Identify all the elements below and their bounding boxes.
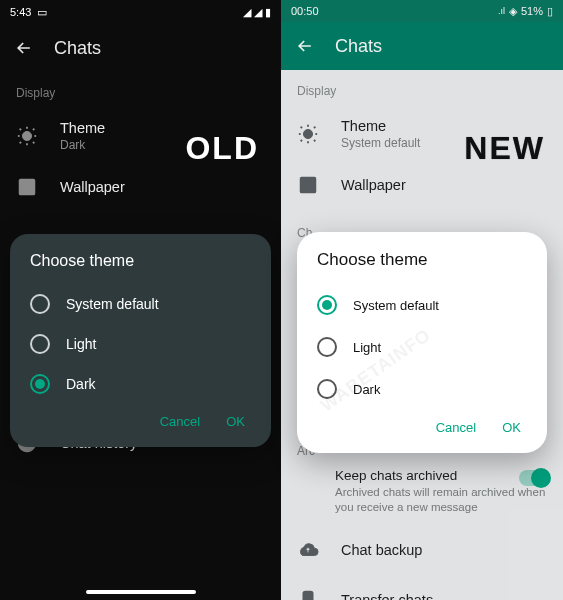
pip-icon: ▭ (37, 6, 47, 19)
battery-icon: ▮ (265, 6, 271, 19)
battery-text: 51% (521, 5, 543, 17)
dialog-title: Choose theme (317, 250, 527, 270)
cloud-upload-icon (297, 539, 319, 561)
svg-point-10 (303, 129, 312, 138)
option-label: System default (353, 298, 439, 313)
section-display: Display (0, 72, 281, 108)
old-screenshot: 5:43 ▭ ◢ ◢ ▮ Chats Display Theme Dark Wa… (0, 0, 281, 600)
svg-line-7 (33, 129, 34, 130)
chat-backup-label: Chat backup (341, 542, 422, 558)
comparison-label-old: OLD (185, 130, 259, 167)
option-label: Dark (66, 376, 96, 392)
page-title: Chats (335, 36, 382, 57)
svg-line-16 (314, 140, 315, 141)
svg-line-6 (33, 142, 34, 143)
radio-icon (317, 337, 337, 357)
dialog-title: Choose theme (30, 252, 251, 270)
new-screenshot: 00:50 .ıl ◈ 51% ▯ Chats Display Theme Sy… (281, 0, 563, 600)
svg-line-8 (20, 142, 21, 143)
svg-line-17 (314, 127, 315, 128)
wifi-icon: ◢ (243, 6, 250, 19)
theme-label: Theme (341, 118, 420, 134)
cell-icon: .ıl (498, 6, 505, 16)
comparison-label-new: NEW (464, 130, 545, 167)
status-time: 00:50 (291, 5, 319, 17)
option-light[interactable]: Light (30, 324, 251, 364)
back-icon[interactable] (14, 38, 34, 58)
app-bar: Chats (281, 22, 563, 70)
radio-icon (317, 379, 337, 399)
svg-rect-9 (20, 180, 35, 195)
transfer-chats-row[interactable]: Transfer chats (281, 575, 563, 600)
ok-button[interactable]: OK (502, 420, 521, 435)
cancel-button[interactable]: Cancel (160, 414, 200, 429)
wallpaper-row[interactable]: Wallpaper (281, 162, 563, 208)
wallpaper-label: Wallpaper (60, 179, 125, 195)
radio-icon-selected (317, 295, 337, 315)
option-label: Dark (353, 382, 380, 397)
wallpaper-label: Wallpaper (341, 177, 406, 193)
wallpaper-icon (16, 176, 38, 198)
svg-point-0 (22, 131, 31, 140)
option-label: Light (66, 336, 96, 352)
theme-dialog: Choose theme System default Light Dark C… (297, 232, 547, 453)
wallpaper-row[interactable]: Wallpaper (0, 164, 281, 210)
option-label: System default (66, 296, 159, 312)
option-dark[interactable]: Dark (30, 364, 251, 404)
cell-icon: ◢ (254, 6, 261, 19)
radio-icon (30, 334, 50, 354)
radio-icon-selected (30, 374, 50, 394)
back-icon[interactable] (295, 36, 315, 56)
home-indicator[interactable] (86, 590, 196, 594)
radio-icon (30, 294, 50, 314)
svg-rect-19 (301, 178, 316, 193)
theme-icon (16, 125, 38, 147)
section-display: Display (281, 70, 563, 106)
page-title: Chats (54, 38, 101, 59)
wallpaper-icon (297, 174, 319, 196)
keep-archived-desc: Archived chats will remain archived when… (335, 485, 547, 515)
status-time: 5:43 (10, 6, 31, 18)
transfer-chats-label: Transfer chats (341, 592, 433, 600)
status-bar: 5:43 ▭ ◢ ◢ ▮ (0, 0, 281, 24)
svg-line-5 (20, 129, 21, 130)
svg-line-15 (301, 127, 302, 128)
option-light[interactable]: Light (317, 326, 527, 368)
theme-value: System default (341, 136, 420, 150)
svg-line-18 (301, 140, 302, 141)
theme-label: Theme (60, 120, 105, 136)
chat-backup-row[interactable]: Chat backup (281, 525, 563, 575)
keep-archived-row[interactable]: Keep chats archived Archived chats will … (281, 460, 563, 525)
option-dark[interactable]: Dark (317, 368, 527, 410)
ok-button[interactable]: OK (226, 414, 245, 429)
keep-archived-toggle[interactable] (519, 470, 549, 486)
wifi-icon: ◈ (509, 5, 517, 18)
app-bar: Chats (0, 24, 281, 72)
keep-archived-label: Keep chats archived (335, 468, 547, 483)
theme-icon (297, 123, 319, 145)
theme-dialog: Choose theme System default Light Dark C… (10, 234, 271, 447)
battery-icon: ▯ (547, 5, 553, 18)
option-system-default[interactable]: System default (30, 284, 251, 324)
cancel-button[interactable]: Cancel (436, 420, 476, 435)
option-system-default[interactable]: System default (317, 284, 527, 326)
option-label: Light (353, 340, 381, 355)
theme-value: Dark (60, 138, 105, 152)
status-bar: 00:50 .ıl ◈ 51% ▯ (281, 0, 563, 22)
phone-transfer-icon (297, 589, 319, 600)
